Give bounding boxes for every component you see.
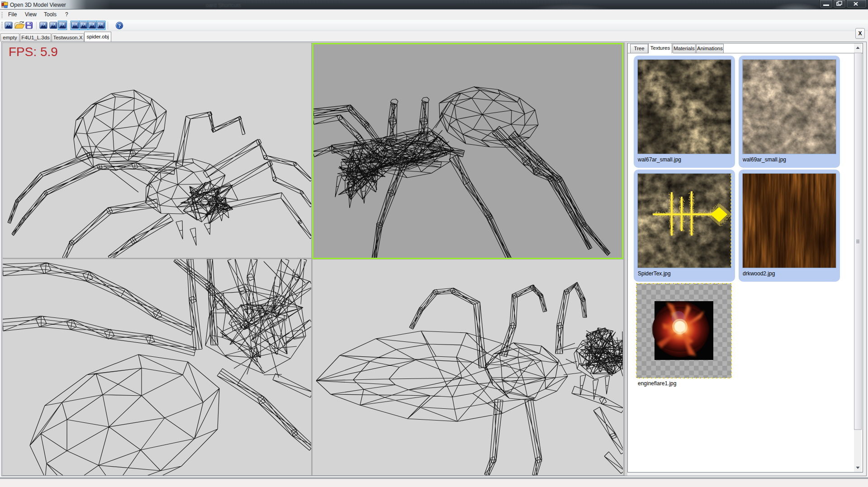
svg-text:engineflare1.jpg: engineflare1.jpg — [638, 380, 676, 387]
svg-text:drkwood2.jpg: drkwood2.jpg — [743, 270, 775, 277]
svg-text:wal69ar_small.jpg: wal69ar_small.jpg — [742, 156, 786, 163]
svg-text:SpiderTex.jpg: SpiderTex.jpg — [638, 270, 671, 277]
svg-text:wal67ar_small.jpg: wal67ar_small.jpg — [637, 156, 681, 163]
svg-text:?: ? — [118, 23, 121, 28]
